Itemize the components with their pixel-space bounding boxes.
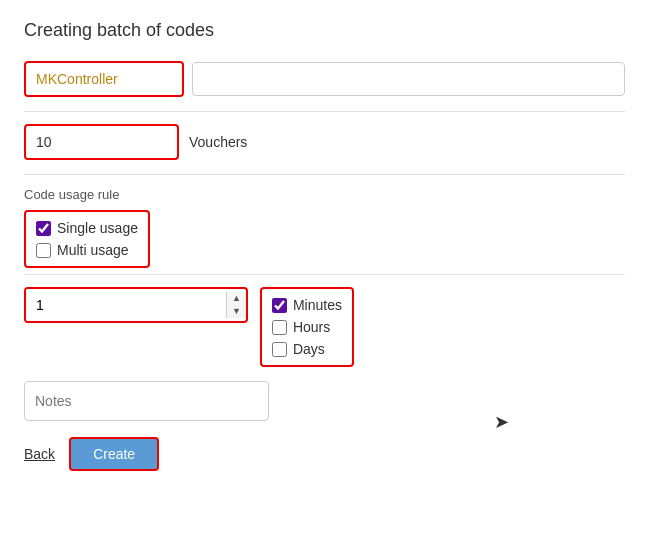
- name-extra-input[interactable]: [192, 62, 625, 96]
- minutes-label: Minutes: [293, 297, 342, 313]
- duration-input-box: ▲ ▼: [24, 287, 248, 323]
- multi-usage-item: Multi usage: [36, 242, 138, 258]
- vouchers-label: Vouchers: [189, 134, 247, 150]
- page-container: Creating batch of codes Vouchers Code us…: [0, 0, 649, 543]
- divider-2: [24, 174, 625, 175]
- hours-item: Hours: [272, 319, 342, 335]
- notes-row: [24, 381, 625, 437]
- minutes-item: Minutes: [272, 297, 342, 313]
- duration-spinner: ▲ ▼: [226, 292, 246, 318]
- duration-input[interactable]: [26, 289, 226, 321]
- single-usage-item: Single usage: [36, 220, 138, 236]
- name-input[interactable]: [24, 61, 184, 97]
- single-usage-checkbox[interactable]: [36, 221, 51, 236]
- multi-usage-checkbox[interactable]: [36, 243, 51, 258]
- days-item: Days: [272, 341, 342, 357]
- page-title: Creating batch of codes: [24, 20, 625, 41]
- vouchers-row: Vouchers: [24, 124, 625, 160]
- cursor-indicator: ➤: [494, 411, 509, 433]
- time-units-box: Minutes Hours Days: [260, 287, 354, 367]
- days-checkbox[interactable]: [272, 342, 287, 357]
- create-button[interactable]: Create: [69, 437, 159, 471]
- single-usage-label: Single usage: [57, 220, 138, 236]
- duration-row: ▲ ▼ Minutes Hours Days: [24, 287, 625, 367]
- usage-box: Single usage Multi usage: [24, 210, 150, 268]
- divider-3: [24, 274, 625, 275]
- vouchers-input[interactable]: [24, 124, 179, 160]
- notes-input[interactable]: [24, 381, 269, 421]
- days-label: Days: [293, 341, 325, 357]
- divider-1: [24, 111, 625, 112]
- hours-checkbox[interactable]: [272, 320, 287, 335]
- button-row: Back Create: [24, 437, 625, 471]
- name-row: [24, 61, 625, 97]
- spinner-up-button[interactable]: ▲: [227, 292, 246, 305]
- multi-usage-label: Multi usage: [57, 242, 129, 258]
- code-usage-section: Code usage rule Single usage Multi usage: [24, 187, 625, 268]
- code-usage-label: Code usage rule: [24, 187, 625, 202]
- spinner-down-button[interactable]: ▼: [227, 305, 246, 318]
- minutes-checkbox[interactable]: [272, 298, 287, 313]
- hours-label: Hours: [293, 319, 330, 335]
- back-button[interactable]: Back: [24, 446, 55, 462]
